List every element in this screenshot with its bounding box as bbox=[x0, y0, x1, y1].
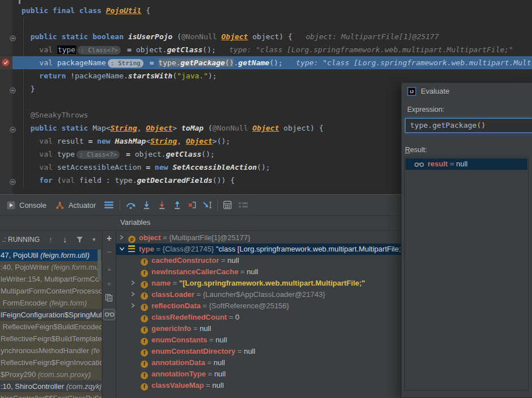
evaluate-expression-icon[interactable] bbox=[222, 200, 233, 210]
tab-label: Actuator bbox=[69, 201, 96, 210]
chevron-down-icon[interactable] bbox=[119, 244, 128, 255]
inline-debugger-hint: object: MultipartFile[1]@25177 bbox=[292, 32, 438, 41]
variables-title: Variables bbox=[120, 218, 150, 227]
field-icon: f bbox=[141, 281, 148, 288]
frame-row[interactable]: ReflectiveFeign$FeignInvocatio bbox=[0, 357, 102, 368]
fold-icon[interactable] bbox=[10, 177, 16, 183]
move-down-icon[interactable]: ▼ bbox=[103, 279, 116, 288]
frame-row[interactable]: ReflectiveFeign$BuildTemplateF bbox=[0, 333, 102, 345]
tab-label: Console bbox=[19, 201, 47, 210]
variable-row[interactable]: fname = "[Lorg.springframework.web.multi… bbox=[116, 278, 401, 289]
variable-row[interactable]: fnewInstanceCallerCache = null bbox=[116, 266, 401, 278]
variable-row[interactable]: fannotationType = null bbox=[116, 368, 401, 380]
step-into-icon[interactable] bbox=[141, 200, 151, 210]
run-to-cursor-icon[interactable] bbox=[202, 200, 213, 210]
tab-console[interactable]: Console bbox=[6, 200, 47, 210]
code-line[interactable]: public static boolean isUserPojo (@NonNu… bbox=[22, 30, 532, 43]
frame-row[interactable]: hiroController$$FastClassBySpr bbox=[0, 392, 102, 398]
result-value: null bbox=[456, 160, 467, 168]
fold-icon[interactable] bbox=[10, 86, 16, 92]
code-line[interactable]: val type: Class<?> = object.getClass(); … bbox=[22, 43, 532, 56]
variable-row[interactable]: fcachedConstructor = null bbox=[116, 255, 401, 266]
step-out-icon[interactable] bbox=[172, 200, 182, 210]
variable-row[interactable]: fenumConstantDirectory = null bbox=[116, 346, 401, 357]
variable-row[interactable]: fannotationData = null bbox=[116, 357, 401, 368]
arrow-up-icon[interactable]: ↑ bbox=[47, 234, 54, 245]
arrow-down-icon[interactable]: ↓ bbox=[61, 234, 68, 245]
frame-row[interactable]: :10, ShiroController (com.zqykj bbox=[0, 380, 102, 392]
field-icon: f bbox=[141, 292, 148, 300]
frame-row[interactable]: ynchronousMethodHandler (fe bbox=[0, 345, 102, 357]
chevron-down-icon[interactable]: ▾ bbox=[91, 234, 98, 245]
expression-label: Expression: bbox=[407, 106, 444, 114]
field-icon: f bbox=[141, 383, 148, 391]
variable-row[interactable]: fclassRedefinedCount = 0 bbox=[116, 312, 401, 323]
variable-row[interactable]: type = {Class@21745} "class [Lorg.spring… bbox=[116, 244, 401, 255]
code-line[interactable]: public final class PojoUtil { bbox=[22, 4, 532, 17]
dialog-title-bar[interactable]: IJ Evaluate bbox=[402, 83, 532, 100]
frame-row[interactable]: ReflectiveFeign$BuildEncodedT bbox=[0, 321, 102, 333]
chevron-right-icon[interactable] bbox=[119, 232, 128, 244]
expression-parens: () bbox=[476, 121, 485, 129]
variable-row[interactable]: pobject = {MultipartFile[1]@25177} bbox=[116, 232, 401, 244]
remove-icon[interactable]: − bbox=[103, 248, 116, 256]
variable-row[interactable]: fgenericInfo = null bbox=[116, 323, 401, 334]
copy-stack-icon[interactable] bbox=[103, 294, 116, 303]
frame-row[interactable]: leWriter:154, MultipartFormCo bbox=[0, 273, 102, 285]
inline-debugger-hint: type: "class [Lorg.springframework.web.m… bbox=[282, 58, 532, 67]
breakpoint-icon[interactable] bbox=[2, 58, 10, 66]
code-line[interactable]: val packageName: String = type.getPackag… bbox=[22, 56, 532, 69]
variables-panel: pobject = {MultipartFile[1]@25177}type =… bbox=[116, 231, 401, 398]
funnel-icon[interactable] bbox=[76, 234, 83, 245]
chevron-right-icon[interactable] bbox=[130, 300, 141, 312]
code-line[interactable] bbox=[22, 17, 532, 30]
editor-gutter[interactable] bbox=[0, 0, 12, 194]
field-icon: f bbox=[141, 270, 148, 277]
variable-row[interactable]: freflectionData = {SoftReference@25156} bbox=[116, 300, 401, 312]
field-icon: f bbox=[141, 304, 148, 311]
frames-list: 47, PojoUtil (feign.form.util):40, PojoW… bbox=[0, 249, 102, 398]
field-icon: f bbox=[141, 326, 148, 334]
result-name: result bbox=[428, 160, 447, 168]
result-row[interactable]: result = null bbox=[406, 158, 527, 170]
fold-icon[interactable] bbox=[10, 33, 16, 40]
force-step-into-icon[interactable] bbox=[157, 200, 167, 210]
move-up-icon[interactable]: ▲ bbox=[103, 264, 116, 273]
parameter-icon: p bbox=[128, 236, 136, 243]
chevron-right-icon[interactable] bbox=[130, 278, 141, 289]
add-icon[interactable]: + bbox=[103, 234, 116, 242]
field-icon: f bbox=[141, 372, 148, 379]
variable-row[interactable]: fclassLoader = {Launcher$AppClassLoader@… bbox=[116, 289, 401, 300]
hamburger-icon[interactable] bbox=[104, 200, 114, 210]
fold-icon[interactable] bbox=[10, 125, 16, 131]
variable-row[interactable]: fenumConstants = null bbox=[116, 334, 401, 346]
actuator-icon bbox=[55, 200, 65, 210]
panel-header-row: Variables bbox=[0, 216, 401, 231]
field-icon: f bbox=[141, 258, 148, 266]
watch-glasses-icon[interactable] bbox=[103, 309, 115, 320]
expression-input[interactable]: type.getPackage() bbox=[405, 118, 532, 133]
tab-actuator[interactable]: Actuator bbox=[55, 200, 96, 210]
toolbar-separator bbox=[120, 199, 120, 211]
frame-row[interactable]: MultipartFormContentProcesso bbox=[0, 285, 102, 297]
frame-row[interactable]: FormEncoder (feign.form) bbox=[0, 297, 102, 309]
frames-scrollbar[interactable] bbox=[98, 249, 101, 280]
evaluate-dialog: IJ Evaluate Expression: type.getPackage(… bbox=[401, 82, 532, 398]
step-over-icon[interactable] bbox=[126, 200, 136, 210]
toolbar-separator bbox=[217, 199, 218, 211]
intellij-debugger-window: { "app_title": "IntelliJ IDEA Debugger",… bbox=[0, 0, 532, 398]
drop-frame-icon[interactable] bbox=[187, 200, 197, 210]
chevron-right-icon[interactable] bbox=[130, 289, 141, 300]
field-icon: f bbox=[141, 349, 148, 357]
field-icon: f bbox=[141, 338, 148, 345]
frame-row[interactable]: lFeignConfiguration$SpringMul bbox=[0, 309, 102, 321]
code-line[interactable]: return !packageName.startsWith("java."); bbox=[22, 69, 532, 82]
frame-row[interactable]: 47, PojoUtil (feign.form.util) bbox=[0, 249, 102, 261]
variable-row[interactable]: fclassValueMap = null bbox=[116, 380, 401, 391]
result-label: Result: bbox=[405, 146, 427, 154]
frame-row[interactable]: :40, PojoWriter (feign.form.mu bbox=[0, 261, 102, 273]
frame-row[interactable]: $Proxy290 (com.sun.proxy) bbox=[0, 368, 102, 380]
result-equals: = bbox=[447, 160, 456, 168]
layout-icon[interactable] bbox=[238, 200, 248, 210]
variable-icon bbox=[128, 245, 135, 252]
